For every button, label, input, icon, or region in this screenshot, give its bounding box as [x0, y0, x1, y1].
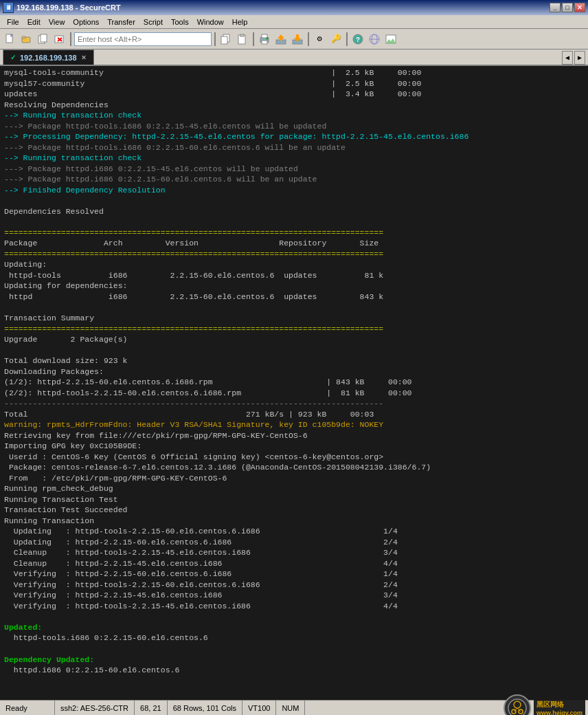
- maximize-button[interactable]: □: [562, 3, 573, 12]
- tb-new-button[interactable]: [3, 32, 18, 47]
- menu-window[interactable]: Window: [193, 16, 228, 28]
- address-input[interactable]: [74, 32, 212, 46]
- tb-web-button[interactable]: [367, 32, 382, 47]
- window-title: 192.168.199.138 - SecureCRT: [16, 3, 121, 12]
- status-ready: Ready: [0, 701, 55, 715]
- status-vt: VT100: [242, 701, 276, 715]
- menu-transfer[interactable]: Transfer: [103, 16, 139, 28]
- title-bar: 🖥 192.168.199.138 - SecureCRT _ □ ✕: [0, 0, 588, 15]
- menu-view[interactable]: View: [45, 16, 69, 28]
- svg-rect-9: [221, 36, 227, 44]
- tab-nav-left[interactable]: ◀: [562, 51, 573, 65]
- status-bar: Ready ssh2: AES-256-CTR 68, 21 68 Rows, …: [0, 700, 588, 715]
- tab-close-button[interactable]: ✕: [81, 54, 87, 61]
- tab-nav-right[interactable]: ▶: [574, 51, 585, 65]
- status-position: 68, 21: [135, 701, 168, 715]
- menu-tools[interactable]: Tools: [167, 16, 193, 28]
- tb-download-button[interactable]: [290, 32, 305, 47]
- toolbar-separator-2: [214, 32, 216, 46]
- status-num: NUM: [276, 701, 305, 715]
- tb-settings-button[interactable]: ⚙: [312, 32, 327, 47]
- svg-rect-2: [22, 36, 25, 38]
- logo-text: 黑区网络: [534, 700, 585, 710]
- tab-active[interactable]: ✓ 192.168.199.138 ✕: [3, 50, 94, 65]
- svg-rect-4: [41, 34, 47, 42]
- menu-script[interactable]: Script: [139, 16, 167, 28]
- menu-options[interactable]: Options: [69, 16, 103, 28]
- tab-label: 192.168.199.138: [20, 54, 77, 62]
- status-dimensions: 68 Rows, 101 Cols: [168, 701, 242, 715]
- status-encryption: ssh2: AES-256-CTR: [55, 701, 135, 715]
- window-controls[interactable]: _ □ ✕: [550, 3, 585, 12]
- close-button[interactable]: ✕: [574, 3, 585, 12]
- tb-paste-button[interactable]: [235, 32, 250, 47]
- tb-key-button[interactable]: 🔑: [328, 32, 343, 47]
- toolbar-separator-3: [253, 32, 254, 46]
- menu-edit[interactable]: Edit: [23, 16, 45, 28]
- tb-image-button[interactable]: [383, 32, 398, 47]
- tb-close-session-button[interactable]: [52, 32, 67, 47]
- tb-clone-button[interactable]: [36, 32, 51, 47]
- svg-rect-14: [262, 41, 267, 44]
- terminal-output[interactable]: [root@localhost ~]# yum -y install httpd…: [0, 66, 588, 700]
- tb-open-button[interactable]: [19, 32, 34, 47]
- svg-rect-13: [262, 34, 267, 38]
- status-logo: 黑区网络 www.heiqv.com: [501, 701, 588, 716]
- tb-help-button[interactable]: ?: [350, 32, 365, 47]
- toolbar: ⚙ 🔑 ?: [0, 29, 588, 50]
- logo-url: www.heiqv.com: [534, 710, 585, 716]
- menu-bar: File Edit View Options Transfer Script T…: [0, 15, 588, 29]
- minimize-button[interactable]: _: [550, 3, 561, 12]
- tb-print-button[interactable]: [257, 32, 272, 47]
- menu-help[interactable]: Help: [228, 16, 252, 28]
- toolbar-separator-5: [346, 32, 348, 46]
- tb-upload-button[interactable]: [273, 32, 289, 47]
- svg-rect-11: [240, 34, 244, 36]
- toolbar-separator-4: [308, 32, 309, 46]
- tab-navigation: ◀ ▶: [562, 51, 585, 65]
- svg-point-15: [267, 37, 269, 39]
- tab-bar: ✓ 192.168.199.138 ✕ ◀ ▶: [0, 50, 588, 66]
- menu-file[interactable]: File: [3, 16, 23, 28]
- tb-copy-button[interactable]: [218, 32, 234, 47]
- toolbar-separator-1: [70, 32, 71, 46]
- svg-text:?: ?: [356, 36, 360, 44]
- app-icon: 🖥: [3, 2, 14, 13]
- logo-icon: [504, 694, 531, 716]
